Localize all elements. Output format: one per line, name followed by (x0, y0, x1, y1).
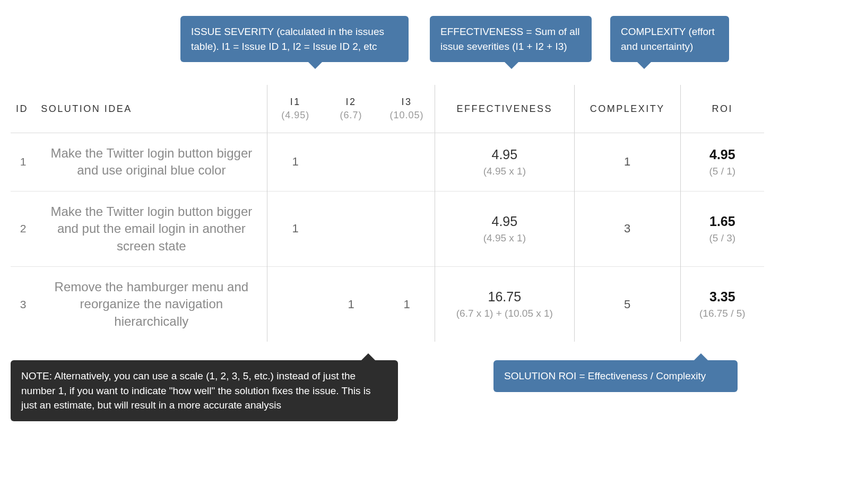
callout-effectiveness: EFFECTIVENESS = Sum of all issue severit… (430, 16, 592, 62)
column-header-i2: I2 (6.7) (323, 85, 379, 133)
chevron-down-icon (308, 62, 323, 69)
column-header-solution-idea: SOLUTION IDEA (36, 85, 267, 133)
cell-i3 (379, 191, 435, 266)
column-header-i3: I3 (10.05) (379, 85, 435, 133)
column-header-i1: I1 (4.95) (267, 85, 323, 133)
column-header-label: I2 (346, 97, 357, 107)
callout-text: NOTE: Alternatively, you can use a scale… (21, 370, 370, 411)
callout-text: SOLUTION ROI = Effectiveness / Complexit… (504, 370, 706, 381)
callout-text: ISSUE SEVERITY (calculated in the issues… (191, 26, 384, 52)
roi-value: 3.35 (709, 289, 735, 304)
callout-roi: SOLUTION ROI = Effectiveness / Complexit… (493, 360, 738, 392)
cell-complexity: 5 (574, 266, 680, 342)
roi-value: 1.65 (709, 214, 735, 229)
callouts-bottom: NOTE: Alternatively, you can use a scale… (11, 347, 775, 442)
callouts-top: ISSUE SEVERITY (calculated in the issues… (180, 11, 775, 80)
callout-text: COMPLEXITY (effort and uncertainty) (621, 26, 715, 52)
chevron-down-icon (637, 62, 652, 69)
table-header-row: ID SOLUTION IDEA I1 (4.95) I2 (6.7) I3 (… (11, 85, 764, 133)
column-header-sub: (4.95) (273, 110, 318, 121)
column-header-sub: (10.05) (384, 110, 429, 121)
cell-id: 1 (11, 133, 36, 192)
table-row: 2 Make the Twitter login button bigger a… (11, 191, 764, 266)
cell-complexity: 3 (574, 191, 680, 266)
cell-idea: Remove the hamburger menu and reorganize… (36, 266, 267, 342)
cell-i3 (379, 133, 435, 192)
cell-complexity: 1 (574, 133, 680, 192)
cell-roi: 1.65 (5 / 3) (680, 191, 764, 266)
column-header-complexity: COMPLEXITY (574, 85, 680, 133)
effectiveness-calc: (6.7 x 1) + (10.05 x 1) (440, 308, 569, 319)
callout-note: NOTE: Alternatively, you can use a scale… (11, 360, 398, 421)
cell-i1: 1 (267, 191, 323, 266)
cell-i3: 1 (379, 266, 435, 342)
cell-idea: Make the Twitter login button bigger and… (36, 191, 267, 266)
cell-i2: 1 (323, 266, 379, 342)
effectiveness-value: 16.75 (488, 289, 522, 304)
column-header-sub: (6.7) (328, 110, 374, 121)
column-header-id: ID (11, 85, 36, 133)
solutions-table: ID SOLUTION IDEA I1 (4.95) I2 (6.7) I3 (… (11, 85, 764, 342)
roi-calc: (16.75 / 5) (686, 308, 759, 319)
roi-calc: (5 / 1) (686, 166, 759, 177)
table-row: 1 Make the Twitter login button bigger a… (11, 133, 764, 192)
effectiveness-value: 4.95 (492, 214, 518, 229)
roi-calc: (5 / 3) (686, 232, 759, 244)
cell-roi: 3.35 (16.75 / 5) (680, 266, 764, 342)
chevron-up-icon (694, 353, 708, 361)
cell-id: 2 (11, 191, 36, 266)
cell-i2 (323, 191, 379, 266)
cell-i1 (267, 266, 323, 342)
table-row: 3 Remove the hamburger menu and reorgani… (11, 266, 764, 342)
callout-complexity: COMPLEXITY (effort and uncertainty) (610, 16, 729, 62)
cell-i2 (323, 133, 379, 192)
column-header-label: I1 (290, 97, 301, 107)
cell-effectiveness: 4.95 (4.95 x 1) (435, 133, 574, 192)
column-header-roi: ROI (680, 85, 764, 133)
effectiveness-calc: (4.95 x 1) (440, 232, 569, 244)
chevron-down-icon (504, 62, 519, 69)
column-header-label: I3 (402, 97, 412, 107)
cell-id: 3 (11, 266, 36, 342)
callout-issue-severity: ISSUE SEVERITY (calculated in the issues… (180, 16, 409, 62)
roi-value: 4.95 (709, 147, 735, 162)
effectiveness-value: 4.95 (492, 147, 518, 162)
cell-idea: Make the Twitter login button bigger and… (36, 133, 267, 192)
cell-i1: 1 (267, 133, 323, 192)
cell-effectiveness: 4.95 (4.95 x 1) (435, 191, 574, 266)
callout-text: EFFECTIVENESS = Sum of all issue severit… (440, 26, 579, 52)
column-header-effectiveness: EFFECTIVENESS (435, 85, 574, 133)
cell-roi: 4.95 (5 / 1) (680, 133, 764, 192)
cell-effectiveness: 16.75 (6.7 x 1) + (10.05 x 1) (435, 266, 574, 342)
effectiveness-calc: (4.95 x 1) (440, 166, 569, 177)
chevron-up-icon (361, 353, 376, 361)
